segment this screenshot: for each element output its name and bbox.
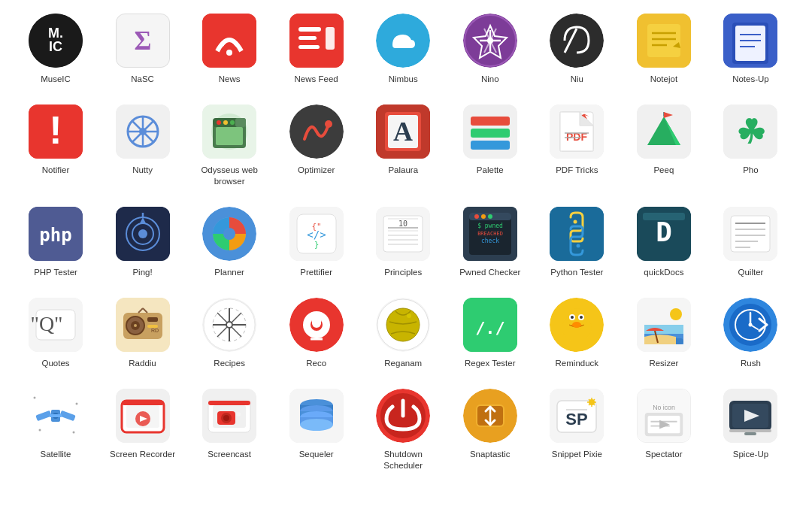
- app-label: Notifier: [42, 165, 69, 176]
- app-phptester[interactable]: php PHP Tester: [15, 201, 96, 284]
- app-snippetpixie[interactable]: SP Snippet Pixie: [536, 383, 617, 466]
- app-pwnedchecker[interactable]: $ pwned BREACHED check Pwned Checker: [450, 201, 531, 284]
- svg-text:BREACHED: BREACHED: [477, 231, 503, 237]
- svg-text:No icon: No icon: [653, 404, 675, 411]
- app-label: Optimizer: [298, 165, 335, 176]
- svg-rect-109: [643, 213, 685, 220]
- svg-point-193: [223, 415, 229, 421]
- app-sequeler[interactable]: Sequeler: [276, 383, 357, 466]
- app-label: Regex Tester: [465, 358, 516, 369]
- app-nasc[interactable]: Σ NaSC: [102, 8, 183, 91]
- app-pho[interactable]: ☘ Pho: [710, 98, 791, 182]
- svg-point-45: [223, 120, 228, 125]
- svg-text:"Q": "Q": [30, 312, 62, 335]
- app-quilter[interactable]: Quilter: [710, 201, 791, 284]
- svg-text:}: }: [314, 240, 319, 250]
- app-reminduck[interactable]: Reminduck: [536, 292, 617, 375]
- svg-point-75: [138, 229, 147, 238]
- app-principles[interactable]: 10 Principles: [362, 201, 444, 284]
- app-label: Ping!: [132, 267, 152, 278]
- app-label: Quilter: [738, 267, 764, 278]
- app-regextester[interactable]: /./ Regex Tester: [450, 292, 531, 375]
- svg-rect-184: [122, 401, 164, 405]
- app-notesup[interactable]: Notes-Up: [710, 8, 791, 91]
- svg-rect-56: [471, 129, 510, 138]
- svg-point-101: [474, 214, 479, 219]
- app-pdftricks[interactable]: PDF PDF Tricks: [536, 98, 617, 182]
- app-notejot[interactable]: Notejot: [623, 8, 704, 91]
- app-peeq[interactable]: Peeq: [623, 98, 704, 182]
- app-odysseus[interactable]: Odysseus web browser: [189, 98, 270, 193]
- svg-point-179: [39, 429, 41, 431]
- app-label: Recipes: [214, 358, 245, 369]
- svg-text:php: php: [39, 225, 71, 246]
- app-reganam[interactable]: Reganam: [362, 292, 444, 375]
- app-label: Principles: [384, 267, 422, 278]
- app-label: News Feed: [295, 74, 338, 85]
- svg-rect-111: [731, 216, 770, 252]
- svg-text:/./: /./: [475, 319, 505, 338]
- app-label: Resizer: [649, 358, 678, 369]
- app-ping[interactable]: Ping!: [102, 201, 183, 284]
- app-satellite[interactable]: Satellite: [15, 383, 96, 466]
- app-label: Peeq: [653, 165, 674, 176]
- app-notifier[interactable]: ! Notifier: [15, 98, 96, 182]
- app-label: Spice-Up: [733, 449, 768, 460]
- app-reco[interactable]: Reco: [276, 292, 357, 375]
- app-label: Planner: [214, 267, 244, 278]
- app-label: Notejot: [650, 74, 677, 85]
- app-niu[interactable]: Niu: [536, 8, 617, 91]
- svg-point-124: [134, 324, 137, 327]
- app-shutdownscheduler[interactable]: Shutdown Scheduler: [362, 383, 444, 477]
- app-planner[interactable]: Planner: [189, 201, 270, 284]
- app-nino[interactable]: Nino: [450, 8, 531, 91]
- app-label: quickDocs: [644, 267, 683, 278]
- svg-text:Σ: Σ: [134, 26, 151, 56]
- svg-text:check: check: [481, 238, 499, 244]
- app-palaura[interactable]: A Palaura: [362, 98, 444, 182]
- app-label: NaSC: [131, 74, 154, 85]
- svg-rect-228: [744, 432, 756, 435]
- svg-point-138: [227, 323, 232, 327]
- app-nimbus[interactable]: Nimbus: [362, 8, 444, 91]
- app-label: Sequeler: [299, 449, 334, 460]
- app-pythontester[interactable]: Python Tester: [536, 201, 617, 284]
- svg-text:IC: IC: [49, 39, 62, 54]
- app-raddiu[interactable]: RD Raddiu: [102, 292, 183, 375]
- app-recipes[interactable]: Recipes: [189, 292, 270, 375]
- app-label: Nino: [481, 74, 499, 85]
- svg-rect-47: [235, 118, 246, 127]
- app-quotes[interactable]: "Q" Quotes: [15, 292, 96, 375]
- svg-point-202: [300, 419, 333, 431]
- app-label: Notes-Up: [732, 74, 769, 85]
- app-snaptastic[interactable]: Snaptastic: [450, 383, 531, 466]
- app-newsfeed[interactable]: News Feed: [276, 8, 357, 91]
- app-rush[interactable]: Rush: [710, 292, 791, 375]
- app-screencast[interactable]: Screencast: [189, 383, 270, 466]
- app-optimizer[interactable]: Optimizer: [276, 98, 357, 182]
- svg-text:☘: ☘: [736, 114, 765, 150]
- app-label: Shutdown Scheduler: [365, 449, 441, 471]
- app-screenrecorder[interactable]: Screen Recorder: [102, 383, 183, 466]
- app-label: Spectator: [645, 449, 682, 460]
- svg-rect-42: [216, 127, 243, 145]
- app-quickdocs[interactable]: D quickDocs: [623, 201, 704, 284]
- app-nutty[interactable]: Nutty: [102, 98, 183, 182]
- svg-text:D: D: [656, 217, 672, 247]
- app-label: PDF Tricks: [556, 165, 598, 176]
- app-spiceup[interactable]: Spice-Up: [710, 383, 791, 466]
- svg-rect-176: [50, 414, 62, 417]
- svg-point-105: [574, 220, 577, 223]
- app-prettier[interactable]: {" </> } Prettifier: [276, 201, 357, 284]
- svg-point-46: [230, 120, 235, 125]
- app-label: Pwned Checker: [459, 267, 520, 278]
- app-palette[interactable]: Palette: [450, 98, 531, 182]
- app-news[interactable]: News: [189, 8, 270, 91]
- svg-rect-229: [729, 429, 771, 432]
- app-resizer[interactable]: Resizer: [623, 292, 704, 375]
- app-label: Nimbus: [389, 74, 418, 85]
- app-label: Nutty: [132, 165, 153, 176]
- app-spectator[interactable]: No icon Spectator: [623, 383, 704, 466]
- app-muselic[interactable]: M. IC MuseIC: [15, 8, 96, 91]
- svg-rect-9: [298, 36, 317, 40]
